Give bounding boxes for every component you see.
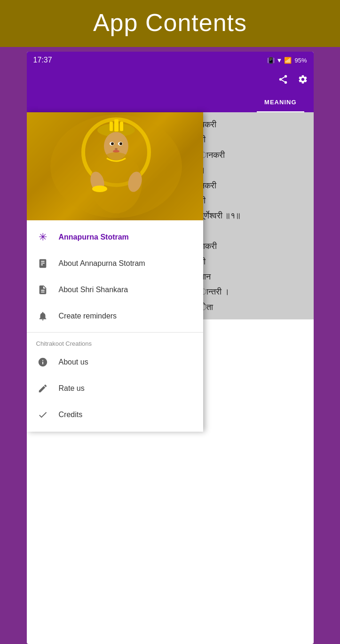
hindi-line-2: री [200, 132, 310, 147]
menu-item-about-us[interactable]: About us [27, 349, 203, 375]
svg-point-2 [284, 81, 287, 84]
bell-icon [36, 310, 49, 323]
bg-content: यकरी री ानकरी । नकरी री पूर्णेश्वरी ॥१॥ … [196, 112, 314, 319]
battery-icon: 95% [294, 57, 307, 64]
menu-label-credits: Credits [59, 411, 83, 419]
checkmark-icon [36, 408, 49, 421]
svg-rect-26 [110, 122, 113, 131]
svg-point-33 [119, 142, 122, 145]
menu-label-about-us: About us [59, 358, 88, 366]
hindi-line-1: यकरी [200, 117, 310, 132]
app-toolbar [27, 69, 314, 93]
hindi-line-10: री [200, 254, 310, 269]
hindi-line-7: पूर्णेश्वरी ॥१॥ [200, 208, 310, 223]
menu-label-rate-us: Rate us [59, 384, 85, 393]
menu-item-annapurna-stotram[interactable]: ✳ Annapurna Stotram [27, 224, 203, 250]
svg-rect-28 [120, 122, 123, 131]
page-title: App Contents [93, 9, 247, 36]
svg-line-4 [281, 77, 284, 79]
tab-meaning[interactable]: MEANING [257, 93, 304, 112]
section-header-chitrakoot: Chitrakoot Creations [27, 335, 203, 349]
svg-point-39 [92, 186, 107, 192]
hindi-line-9: णकरी [200, 239, 310, 254]
drawer-menu: ✳ Annapurna Stotram About Annapurna Stot… [27, 220, 203, 432]
drawer-divider [27, 332, 203, 333]
svg-point-1 [279, 78, 282, 81]
settings-button[interactable] [298, 74, 308, 87]
phone-frame: 17:37 📳 ▼ 📶 95% MEANING [27, 52, 314, 644]
menu-label-annapurna: Annapurna Stotram [59, 233, 129, 241]
status-bar: 17:37 📳 ▼ 📶 95% [27, 52, 314, 69]
hindi-line-12: ान्तरी । [200, 284, 310, 299]
svg-line-3 [281, 80, 284, 82]
svg-rect-27 [114, 119, 119, 132]
info-icon [36, 356, 49, 369]
asterisk-icon: ✳ [36, 231, 49, 244]
menu-label-about-shankara: About Shri Shankara [59, 286, 128, 294]
wifi-icon: ▼ [277, 57, 283, 64]
menu-item-about-annapurna[interactable]: About Annapurna Stotram [27, 250, 203, 277]
menu-label-about-annapurna: About Annapurna Stotram [59, 259, 145, 268]
hindi-line-6: री [200, 193, 310, 208]
status-time: 17:37 [33, 56, 52, 64]
hindi-line-5: नकरी [200, 178, 310, 193]
hindi-line-3: ानकरी [200, 147, 310, 163]
menu-item-about-shankara[interactable]: About Shri Shankara [27, 277, 203, 303]
status-icons: 📳 ▼ 📶 95% [267, 57, 307, 64]
book-icon [36, 257, 49, 270]
signal-icon: 📶 [284, 57, 292, 64]
navigation-drawer: ✳ Annapurna Stotram About Annapurna Stot… [27, 112, 203, 432]
content-area: यकरी री ानकरी । नकरी री पूर्णेश्वरी ॥१॥ … [27, 112, 314, 319]
menu-label-reminders: Create reminders [59, 312, 117, 320]
menu-item-credits[interactable]: Credits [27, 402, 203, 428]
menu-item-create-reminders[interactable]: Create reminders [27, 303, 203, 329]
edit-icon [36, 382, 49, 395]
hindi-line-11: मान [200, 269, 310, 284]
vibrate-icon: 📳 [267, 57, 275, 64]
share-button[interactable] [278, 74, 288, 87]
tabs-bar: MEANING [27, 93, 314, 112]
drawer-header-image [27, 112, 203, 220]
doc-icon [36, 283, 49, 296]
svg-point-32 [111, 142, 114, 145]
page-title-bar: App Contents [0, 0, 340, 47]
hindi-line-4: । [200, 163, 310, 178]
hindi-line-8 [200, 224, 310, 239]
menu-item-rate-us[interactable]: Rate us [27, 375, 203, 402]
svg-point-0 [284, 75, 287, 78]
hindi-line-13: ेता [200, 300, 310, 315]
svg-point-34 [115, 148, 118, 150]
